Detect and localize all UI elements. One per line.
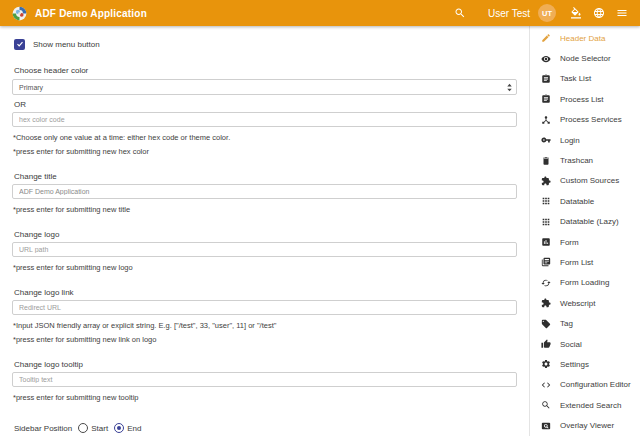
sidebar-item-extended-search[interactable]: Extended Search [530, 395, 640, 415]
poll-icon [541, 237, 551, 247]
edit-icon [541, 33, 551, 43]
show-menu-button-row: Show menu button [14, 38, 517, 50]
sidebar-item-header-data[interactable]: Header Data [530, 28, 640, 48]
sidebar-item-form[interactable]: Form [530, 232, 640, 252]
title-note: *press enter for submitting new title [13, 205, 517, 214]
gear-icon [541, 359, 551, 369]
puzzle-icon [541, 176, 551, 186]
eye-icon [541, 54, 551, 64]
sidebar-position-end-radio[interactable] [114, 423, 124, 433]
sidebar-item-datatable-lazy[interactable]: Datatable (Lazy) [530, 212, 640, 232]
sidebar-item-configuration-editor[interactable]: Configuration Editor [530, 375, 640, 395]
tooltip-note: *press enter for submitting new tooltip [13, 393, 517, 402]
clipboard-icon [541, 94, 551, 104]
grid-icon [541, 217, 551, 227]
sidebar-item-webscript[interactable]: Webscript [530, 293, 640, 313]
sidebar-position-start-label: Start [91, 424, 108, 433]
sidebar-item-datatable[interactable]: Datatable [530, 191, 640, 211]
title-input[interactable] [12, 184, 517, 199]
code-icon [541, 380, 551, 390]
sidebar-item-node-selector[interactable]: Node Selector [530, 48, 640, 68]
hex-color-input[interactable] [12, 112, 517, 127]
language-globe-icon[interactable] [593, 7, 605, 19]
sidebar-item-settings[interactable]: Settings [530, 354, 640, 374]
sidebar-item-social[interactable]: Social [530, 334, 640, 354]
sidebar-item-login[interactable]: Login [530, 130, 640, 150]
pageview-icon [541, 421, 551, 431]
sidebar-menu: Header Data Node Selector Task List Proc… [529, 26, 640, 436]
device-hub-icon [541, 115, 551, 125]
sidebar-item-custom-sources[interactable]: Custom Sources [530, 171, 640, 191]
show-menu-label: Show menu button [33, 40, 100, 49]
logo-note: *press enter for submitting new logo [13, 263, 517, 272]
logo-link-input[interactable] [12, 300, 517, 315]
menu-icon[interactable] [616, 7, 628, 19]
logo-link-note-submit: *press enter for submitting new link on … [13, 335, 517, 344]
sidebar-item-form-list[interactable]: Form List [530, 252, 640, 272]
search-icon[interactable] [454, 7, 466, 19]
sidebar-position-end-label: End [127, 424, 141, 433]
key-icon [541, 135, 551, 145]
change-title-label: Change title [14, 172, 517, 181]
sidebar-item-form-loading[interactable]: Form Loading [530, 273, 640, 293]
select-spinner-icon [506, 83, 513, 92]
trash-icon [541, 156, 551, 166]
loop-icon [541, 278, 551, 288]
logo-link-note-format: *Input JSON friendly array or explicit s… [13, 321, 517, 330]
header-color-select[interactable]: Primary [12, 79, 517, 95]
clipboard-icon [541, 74, 551, 84]
avatar[interactable]: UT [538, 4, 556, 22]
tag-icon [541, 319, 551, 329]
change-logo-tooltip-label: Change logo tooltip [14, 360, 517, 369]
sidebar-position-row: Sidebar Position Start End [14, 423, 517, 433]
search-icon [541, 400, 551, 410]
app-header: ADF Demo Application User Test UT [0, 0, 640, 26]
user-name: User Test [488, 8, 530, 19]
theme-color-picker-icon[interactable] [570, 7, 582, 19]
header-data-settings-panel: Show menu button Choose header color Pri… [0, 26, 529, 436]
page-title: ADF Demo Application [35, 8, 147, 19]
sidebar-item-tag[interactable]: Tag [530, 313, 640, 333]
sidebar-position-start-radio[interactable] [78, 423, 88, 433]
hex-color-note-choose: *Choose only one value at a time: either… [13, 133, 517, 142]
sidebar-item-overlay-viewer[interactable]: Overlay Viewer [530, 415, 640, 435]
show-menu-checkbox[interactable] [14, 39, 25, 50]
thumb-up-icon [541, 339, 551, 349]
or-label: OR [14, 100, 517, 109]
puzzle-icon [541, 298, 551, 308]
grid-icon [541, 196, 551, 206]
hex-color-note-submit: *press enter for submitting new hex colo… [13, 147, 517, 156]
logo-tooltip-input[interactable] [12, 372, 517, 387]
header-color-selected-value: Primary [19, 84, 43, 91]
sidebar-position-label: Sidebar Position [14, 424, 72, 433]
header-color-label: Choose header color [14, 66, 517, 75]
sidebar-item-trashcan[interactable]: Trashcan [530, 150, 640, 170]
sidebar-item-process-list[interactable]: Process List [530, 89, 640, 109]
change-logo-link-label: Change logo link [14, 288, 517, 297]
form-list-icon [541, 257, 551, 267]
change-logo-label: Change logo [14, 230, 517, 239]
app-logo-icon [12, 6, 27, 21]
sidebar-item-task-list[interactable]: Task List [530, 69, 640, 89]
logo-url-input[interactable] [12, 242, 517, 257]
sidebar-item-process-services[interactable]: Process Services [530, 110, 640, 130]
